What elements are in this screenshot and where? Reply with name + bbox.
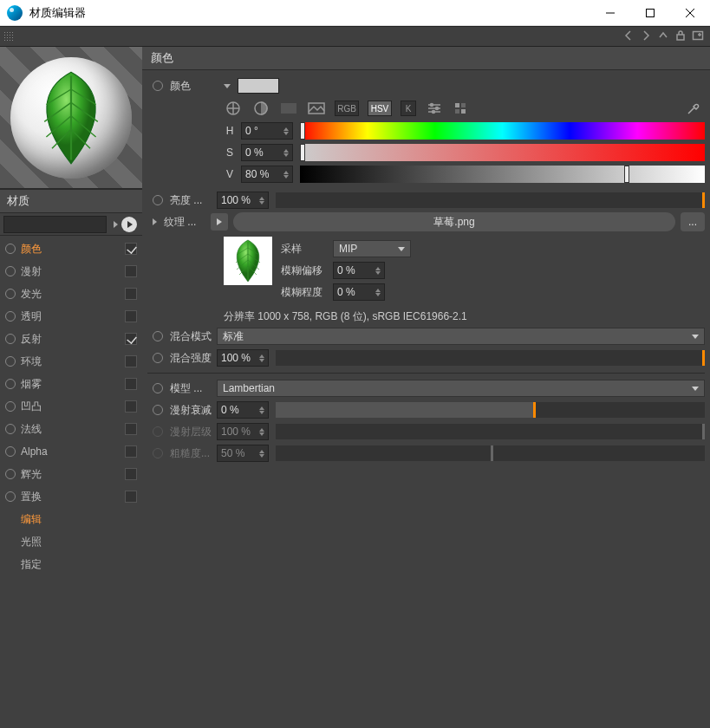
channel-item[interactable]: 置换 (0, 485, 142, 508)
s-spinner[interactable]: 0 % (241, 144, 293, 161)
param-anim-toggle (153, 426, 163, 437)
channel-item[interactable]: 法线 (0, 418, 142, 440)
param-anim-toggle[interactable] (153, 195, 163, 205)
eyedropper-icon[interactable] (686, 101, 705, 116)
channel-label: 烟雾 (21, 377, 121, 392)
channel-checkbox[interactable] (125, 468, 137, 480)
image-picker-icon[interactable] (307, 101, 326, 116)
color-spectrum-icon[interactable] (251, 101, 270, 116)
sampling-label: 采样 (281, 242, 333, 257)
rgb-mode-button[interactable]: RGB (335, 101, 359, 116)
channel-item[interactable]: 颜色 (0, 237, 142, 260)
mixer-icon[interactable] (425, 101, 444, 116)
new-tab-icon[interactable] (689, 29, 707, 44)
channel-checkbox[interactable] (125, 265, 137, 277)
search-input[interactable] (3, 216, 107, 233)
channel-item[interactable]: 漫射 (0, 260, 142, 283)
channel-anim-toggle[interactable] (5, 446, 16, 457)
channel-checkbox[interactable] (125, 243, 137, 255)
param-anim-toggle[interactable] (153, 405, 163, 415)
sampling-dropdown[interactable]: MIP (333, 240, 411, 257)
channel-anim-toggle[interactable] (5, 356, 16, 367)
mix-strength-slider[interactable] (276, 350, 705, 366)
channel-anim-toggle[interactable] (5, 401, 16, 412)
color-wheel-icon[interactable] (224, 101, 243, 116)
search-go-button[interactable] (121, 217, 137, 232)
s-slider[interactable] (300, 144, 705, 161)
channel-checkbox[interactable] (125, 400, 137, 413)
channel-checkbox[interactable] (125, 423, 137, 435)
channel-anim-toggle[interactable] (5, 469, 16, 479)
color-swatch[interactable] (238, 78, 279, 94)
channel-anim-toggle[interactable] (5, 424, 16, 434)
channel-anim-toggle[interactable] (5, 311, 16, 322)
channel-item[interactable]: 编辑 (0, 508, 142, 530)
channel-anim-toggle[interactable] (5, 289, 16, 299)
channel-anim-toggle[interactable] (5, 379, 16, 389)
swatches-icon[interactable] (453, 101, 472, 116)
kelvin-mode-button[interactable]: K (401, 101, 416, 116)
right-panel: 颜色 颜色 RGB HSV K (142, 47, 710, 728)
diffuse-falloff-slider[interactable] (276, 402, 705, 418)
texture-menu-button[interactable] (211, 213, 228, 231)
blur-offset-spinner[interactable]: 0 % (333, 262, 385, 279)
texture-filename-button[interactable]: 草莓.png (233, 212, 675, 231)
color-expand-icon[interactable] (224, 84, 231, 88)
mix-strength-spinner[interactable]: 100 % (217, 349, 269, 367)
channel-anim-toggle[interactable] (5, 266, 16, 276)
grayscale-icon[interactable] (279, 101, 298, 116)
channel-item[interactable]: 发光 (0, 283, 142, 305)
leaf-preview-icon (33, 70, 109, 166)
brightness-spinner[interactable]: 100 % (217, 192, 269, 209)
channel-checkbox[interactable] (125, 333, 137, 345)
channel-checkbox[interactable] (125, 310, 137, 322)
material-preview[interactable] (0, 47, 142, 189)
channel-checkbox[interactable] (125, 445, 137, 458)
channel-item[interactable]: 辉光 (0, 463, 142, 485)
texture-thumbnail[interactable] (224, 237, 272, 285)
channel-checkbox[interactable] (125, 378, 137, 390)
channel-checkbox[interactable] (125, 288, 137, 300)
channel-item[interactable]: 光照 (0, 530, 142, 553)
diffuse-falloff-spinner[interactable]: 0 % (217, 401, 269, 419)
model-dropdown[interactable]: Lambertian (217, 380, 705, 397)
channel-anim-toggle[interactable] (5, 334, 16, 344)
v-spinner[interactable]: 80 % (241, 166, 293, 183)
close-button[interactable] (670, 0, 710, 26)
svg-point-19 (433, 111, 435, 114)
param-anim-toggle[interactable] (153, 331, 163, 341)
mix-strength-label: 混合强度 (170, 351, 217, 366)
blur-scale-spinner[interactable]: 0 % (333, 283, 385, 301)
channel-item[interactable]: 烟雾 (0, 373, 142, 395)
nav-up-icon[interactable] (655, 29, 672, 44)
channel-checkbox[interactable] (125, 491, 137, 503)
channel-anim-toggle[interactable] (5, 244, 16, 254)
svg-rect-5 (694, 31, 703, 39)
h-slider[interactable] (300, 122, 705, 140)
texture-expand-icon[interactable] (153, 218, 157, 225)
channel-checkbox[interactable] (125, 355, 137, 367)
param-anim-toggle (153, 448, 163, 458)
nav-forward-icon[interactable] (637, 29, 655, 44)
channel-item[interactable]: Alpha (0, 440, 142, 463)
search-dropdown-icon[interactable] (114, 221, 118, 228)
channel-item[interactable]: 透明 (0, 305, 142, 328)
v-slider[interactable] (300, 166, 705, 183)
nav-back-icon[interactable] (620, 29, 637, 44)
h-spinner[interactable]: 0 ° (241, 122, 293, 140)
param-anim-toggle[interactable] (153, 81, 163, 91)
channel-item[interactable]: 凹凸 (0, 395, 142, 418)
hsv-mode-button[interactable]: HSV (368, 101, 392, 116)
channel-item[interactable]: 指定 (0, 553, 142, 575)
mix-mode-dropdown[interactable]: 标准 (217, 328, 705, 345)
channel-item[interactable]: 反射 (0, 328, 142, 350)
brightness-slider[interactable] (276, 192, 705, 208)
channel-anim-toggle[interactable] (5, 491, 16, 502)
channel-item[interactable]: 环境 (0, 350, 142, 373)
minimize-button[interactable] (590, 0, 630, 26)
lock-icon[interactable] (672, 29, 689, 44)
param-anim-toggle[interactable] (153, 383, 163, 393)
texture-browse-button[interactable]: ... (681, 212, 705, 231)
maximize-button[interactable] (630, 0, 670, 26)
param-anim-toggle[interactable] (153, 353, 163, 363)
